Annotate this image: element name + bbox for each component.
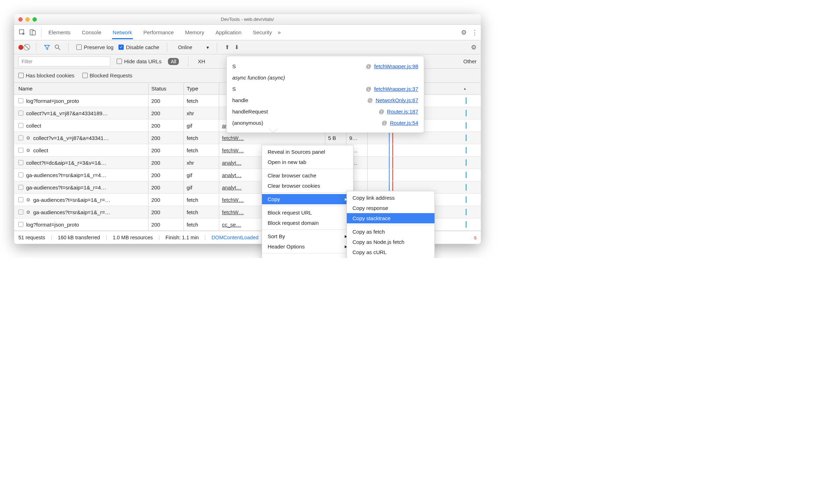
column-status[interactable]: Status	[148, 83, 184, 94]
hide-data-urls-checkbox[interactable]: Hide data URLs	[117, 58, 162, 64]
menu-block-url[interactable]: Block request URL	[262, 207, 353, 218]
tab-performance[interactable]: Performance	[143, 26, 175, 39]
table-row[interactable]: ga-audiences?t=sr&aip=1&_r=4…200gifanaly…	[14, 169, 481, 181]
request-name: collect?t=dc&aip=1&_r=3&v=1&…	[26, 160, 106, 166]
initiator-link[interactable]: analyt…	[222, 184, 241, 191]
stack-frame: handleRequest@Router.js:187	[232, 106, 418, 117]
cell-type: fetch	[184, 144, 219, 156]
tab-elements[interactable]: Elements	[48, 26, 71, 39]
menu-reveal-in-sources[interactable]: Reveal in Sources panel	[262, 147, 353, 157]
submenu-item[interactable]: Copy as fetch	[347, 227, 434, 237]
cell-status: 200	[148, 95, 184, 107]
submenu-item[interactable]: Copy as cURL	[347, 247, 434, 257]
initiator-link[interactable]: fetchW…	[222, 197, 244, 203]
filter-input[interactable]: Filter	[18, 57, 110, 66]
tab-security[interactable]: Security	[252, 26, 273, 39]
stack-function-name: handleRequest	[232, 109, 376, 115]
disable-cache-checkbox[interactable]: ✓ Disable cache	[118, 44, 159, 50]
menu-open-new-tab[interactable]: Open in new tab	[262, 157, 353, 167]
waterfall-bar	[466, 135, 467, 141]
throttling-value: Online	[178, 45, 192, 50]
device-toggle-icon[interactable]	[28, 27, 38, 38]
stack-source-link[interactable]: Router.js:187	[387, 109, 418, 115]
stack-source-link[interactable]: NetworkOnly.js:67	[375, 97, 418, 103]
resource-type-icon	[18, 111, 23, 116]
stack-function-name: S	[232, 86, 363, 92]
table-row[interactable]: ⚙collect200fetchfetchW…7 B9…	[14, 144, 481, 157]
waterfall-bar	[466, 98, 467, 104]
cell-waterfall	[368, 144, 481, 156]
throttling-select[interactable]: Online▾	[178, 45, 209, 50]
menu-copy[interactable]: Copy▶	[262, 194, 353, 204]
record-button[interactable]	[18, 45, 23, 50]
stack-source-link[interactable]: Router.js:54	[390, 120, 418, 126]
filter-type-all[interactable]: All	[168, 58, 179, 65]
menu-clear-cookies[interactable]: Clear browser cookies	[262, 181, 353, 191]
initiator-link[interactable]: fetchW…	[222, 209, 244, 215]
has-blocked-cookies-label: Has blocked cookies	[26, 72, 75, 78]
cell-waterfall	[368, 132, 481, 144]
cell-status: 200	[148, 132, 184, 144]
devtools-topbar: Elements Console Network Performance Mem…	[14, 25, 481, 40]
column-type[interactable]: Type	[184, 83, 219, 94]
cell-time: 9…	[346, 132, 368, 144]
cell-type: xhr	[184, 157, 219, 169]
has-blocked-cookies-checkbox[interactable]: Has blocked cookies	[18, 72, 75, 78]
blocked-requests-label: Blocked Requests	[90, 72, 133, 78]
menu-separator	[262, 206, 353, 206]
submenu-item[interactable]: Copy all as fetch	[347, 257, 434, 258]
blocked-requests-checkbox[interactable]: Blocked Requests	[82, 72, 133, 78]
kebab-menu-icon[interactable]: ⋮	[472, 29, 478, 36]
menu-save-har[interactable]: Save all as HAR with content	[262, 255, 353, 258]
cell-waterfall	[368, 169, 481, 181]
submenu-item[interactable]: Copy link address	[347, 193, 434, 203]
filter-funnel-icon[interactable]	[44, 45, 50, 50]
table-row[interactable]: collect?t=dc&aip=1&_r=3&v=1&…200xhranaly…	[14, 157, 481, 169]
tab-network[interactable]: Network	[112, 26, 133, 39]
request-name: ga-audiences?t=sr&aip=1&_r=…	[33, 209, 110, 215]
stack-source-link[interactable]: fetchWrapper.js:98	[374, 63, 418, 69]
settings-gear-icon[interactable]: ⚙	[461, 29, 467, 36]
stack-function-name: (anonymous)	[232, 120, 379, 126]
resource-type-icon	[18, 197, 23, 202]
initiator-link[interactable]: cc_se…	[222, 222, 241, 228]
service-worker-gear-icon: ⚙	[26, 135, 30, 141]
inspect-element-icon[interactable]	[17, 27, 28, 38]
more-tabs-chevron-icon[interactable]: »	[278, 29, 281, 36]
submenu-item[interactable]: Copy as Node.js fetch	[347, 237, 434, 247]
status-domcontentloaded: DOMContentLoaded	[211, 235, 258, 240]
initiator-link[interactable]: analyt…	[222, 160, 241, 166]
column-name[interactable]: Name	[14, 83, 148, 94]
preserve-log-checkbox[interactable]: Preserve log	[76, 44, 113, 50]
service-worker-gear-icon: ⚙	[26, 210, 30, 215]
at-symbol: @	[379, 109, 384, 115]
status-finish: Finish: 1.1 min	[165, 235, 199, 240]
tab-application[interactable]: Application	[215, 26, 242, 39]
status-requests: 51 requests	[18, 235, 45, 240]
submenu-item[interactable]: Copy response	[347, 203, 434, 213]
menu-header-options[interactable]: Header Options▶	[262, 241, 353, 252]
network-settings-gear-icon[interactable]: ⚙	[471, 43, 477, 51]
filter-type-other[interactable]: Other	[463, 58, 477, 64]
initiator-link[interactable]: fetchW…	[222, 135, 244, 141]
filter-type-xhr[interactable]: XH	[198, 58, 205, 64]
upload-har-icon[interactable]: ⬆	[225, 44, 229, 51]
submenu-item[interactable]: Copy stacktrace	[347, 213, 434, 223]
menu-sort-by[interactable]: Sort By▶	[262, 231, 353, 241]
menu-block-domain[interactable]: Block request domain	[262, 218, 353, 228]
checkbox-unchecked-icon	[18, 73, 24, 78]
resource-type-icon	[18, 98, 23, 103]
tab-memory[interactable]: Memory	[184, 26, 205, 39]
menu-separator	[262, 253, 353, 253]
separator	[41, 28, 41, 37]
initiator-link[interactable]: analyt…	[222, 172, 241, 178]
tab-console[interactable]: Console	[81, 26, 102, 39]
table-row[interactable]: ⚙collect?v=1&_v=j87&a=43341…200fetchfetc…	[14, 132, 481, 144]
at-symbol: @	[366, 86, 371, 92]
request-name: log?format=json_proto	[26, 98, 79, 104]
initiator-link[interactable]: fetchW…	[222, 147, 244, 153]
download-har-icon[interactable]: ⬇	[234, 44, 239, 51]
menu-clear-cache[interactable]: Clear browser cache	[262, 170, 353, 181]
stack-source-link[interactable]: fetchWrapper.js:37	[374, 86, 418, 92]
search-icon[interactable]	[55, 45, 60, 50]
